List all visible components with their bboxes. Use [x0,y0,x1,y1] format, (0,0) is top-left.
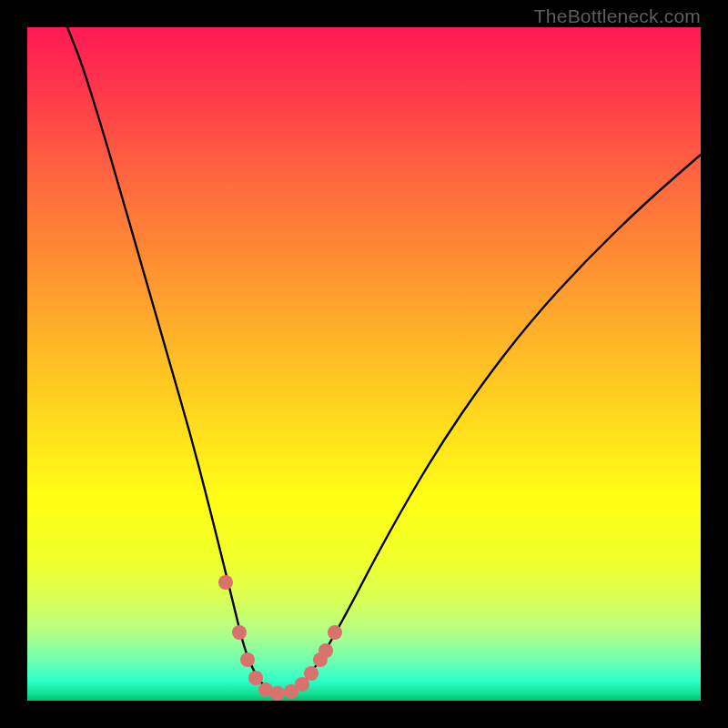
chart-container: TheBottleneck.com [0,0,728,728]
right-curve [280,155,701,693]
data-marker [304,666,318,681]
curve-svg [27,27,701,701]
data-marker [270,686,285,701]
data-marker [240,652,255,667]
marker-group [218,575,342,701]
left-curve [67,27,280,693]
data-marker [218,575,233,590]
watermark-text: TheBottleneck.com [534,5,701,27]
data-marker [232,625,247,640]
data-marker [328,625,342,640]
data-marker [248,671,263,685]
data-marker [318,643,333,658]
plot-area [27,27,701,701]
